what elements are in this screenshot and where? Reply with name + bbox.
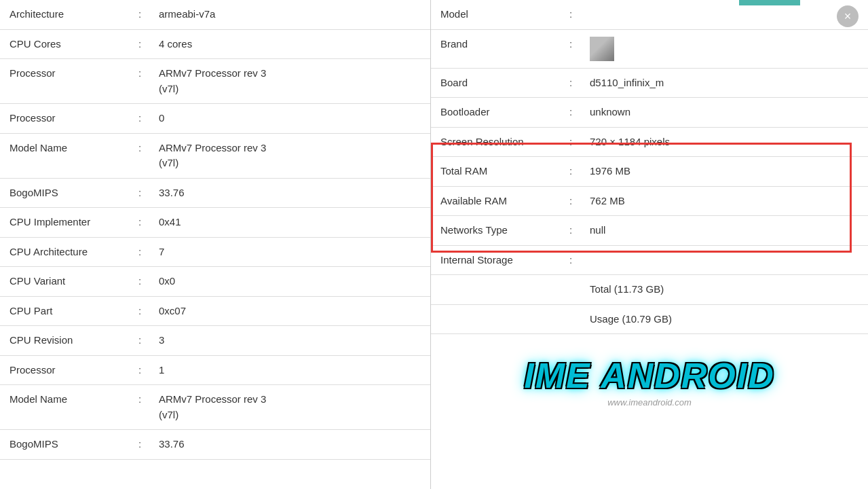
main-container: Architecture : armeabi-v7a CPU Cores : 4…: [0, 0, 868, 489]
table-row: Screen Resolution : 720 × 1184 pixels: [431, 127, 868, 157]
table-row: Model Name : ARMv7 Processor rev 3(v7l): [0, 133, 430, 178]
row-value: [580, 29, 868, 68]
row-value: 0xc07: [149, 296, 430, 326]
row-label: CPU Part: [0, 296, 136, 326]
row-value: 0x41: [149, 208, 430, 238]
top-tab: [739, 0, 800, 5]
row-label: Available RAM: [431, 186, 567, 216]
row-colon: :: [136, 59, 149, 104]
row-label: Processor: [0, 59, 136, 104]
row-colon: :: [567, 157, 580, 187]
row-value: 33.76: [149, 178, 430, 208]
close-icon: ×: [844, 10, 852, 22]
row-colon: :: [136, 267, 149, 297]
row-label: CPU Architecture: [0, 237, 136, 267]
table-row: CPU Part : 0xc07: [0, 296, 430, 326]
row-value: null: [580, 216, 868, 246]
row-colon: :: [136, 0, 149, 29]
row-label: Internal Storage: [431, 245, 567, 275]
table-row: Processor : 1: [0, 355, 430, 385]
row-value: ARMv7 Processor rev 3(v7l): [149, 385, 430, 430]
row-value: d5110_infinix_m: [580, 68, 868, 98]
left-panel: Architecture : armeabi-v7a CPU Cores : 4…: [0, 0, 431, 489]
table-row: BogoMIPS : 33.76: [0, 430, 430, 460]
table-row: Model:: [431, 0, 868, 29]
row-colon: :: [136, 29, 149, 59]
row-value: [580, 0, 868, 29]
row-colon: [567, 304, 580, 334]
table-row: Usage (10.79 GB): [431, 304, 868, 334]
row-colon: :: [136, 326, 149, 356]
row-value: 1: [149, 355, 430, 385]
table-row: BogoMIPS : 33.76: [0, 178, 430, 208]
table-row: Networks Type : null: [431, 216, 868, 246]
row-label: BogoMIPS: [0, 178, 136, 208]
row-value: ARMv7 Processor rev 3(v7l): [149, 59, 430, 104]
row-colon: :: [567, 98, 580, 128]
row-label: Model Name: [0, 385, 136, 430]
row-colon: :: [136, 385, 149, 430]
watermark-sub-text: www.imeandroid.com: [524, 397, 775, 408]
row-label: Brand: [431, 29, 567, 68]
row-value: 0x0: [149, 267, 430, 297]
row-value: 33.76: [149, 430, 430, 460]
row-label: Total RAM: [431, 157, 567, 187]
row-label: Model: [431, 0, 567, 29]
right-panel: × Model:Brand: Board : d5110_infinix_m B…: [431, 0, 868, 489]
row-colon: :: [567, 186, 580, 216]
row-colon: :: [136, 104, 149, 134]
row-label: CPU Cores: [0, 29, 136, 59]
table-row: Internal Storage :: [431, 245, 868, 275]
row-colon: :: [567, 216, 580, 246]
row-colon: :: [136, 178, 149, 208]
table-row: CPU Variant : 0x0: [0, 267, 430, 297]
row-value: 3: [149, 326, 430, 356]
row-colon: :: [136, 237, 149, 267]
row-colon: :: [136, 355, 149, 385]
row-value: 762 MB: [580, 186, 868, 216]
row-label: Board: [431, 68, 567, 98]
row-value: 1976 MB: [580, 157, 868, 187]
row-label: BogoMIPS: [0, 430, 136, 460]
row-label: Architecture: [0, 0, 136, 29]
row-value: unknown: [580, 98, 868, 128]
row-label: Processor: [0, 104, 136, 134]
table-row: Bootloader : unknown: [431, 98, 868, 128]
row-colon: :: [567, 245, 580, 275]
row-value: 720 × 1184 pixels: [580, 127, 868, 157]
table-row: Available RAM : 762 MB: [431, 186, 868, 216]
row-label: CPU Revision: [0, 326, 136, 356]
brand-thumbnail: [590, 37, 614, 61]
row-colon: :: [136, 430, 149, 460]
left-info-table: Architecture : armeabi-v7a CPU Cores : 4…: [0, 0, 430, 460]
table-row: Processor : ARMv7 Processor rev 3(v7l): [0, 59, 430, 104]
row-label: Networks Type: [431, 216, 567, 246]
row-value: Usage (10.79 GB): [580, 304, 868, 334]
watermark-main-text: IME ANDROID: [524, 355, 775, 396]
right-info-table: Model:Brand: Board : d5110_infinix_m Boo…: [431, 0, 868, 334]
row-label: [431, 304, 567, 334]
row-label: Screen Resolution: [431, 127, 567, 157]
row-colon: [567, 275, 580, 305]
row-colon: :: [567, 127, 580, 157]
table-row: Total RAM : 1976 MB: [431, 157, 868, 187]
row-label: CPU Implementer: [0, 208, 136, 238]
row-colon: :: [567, 68, 580, 98]
table-row: Board : d5110_infinix_m: [431, 68, 868, 98]
row-value: Total (11.73 GB): [580, 275, 868, 305]
row-colon: :: [567, 0, 580, 29]
row-colon: :: [136, 133, 149, 178]
table-row: CPU Cores : 4 cores: [0, 29, 430, 59]
watermark: IME ANDROID www.imeandroid.com: [524, 355, 775, 408]
table-row: CPU Revision : 3: [0, 326, 430, 356]
row-value: 0: [149, 104, 430, 134]
table-row: Processor : 0: [0, 104, 430, 134]
table-row: Total (11.73 GB): [431, 275, 868, 305]
row-value: 7: [149, 237, 430, 267]
row-colon: :: [567, 29, 580, 68]
row-colon: :: [136, 208, 149, 238]
row-value: ARMv7 Processor rev 3(v7l): [149, 133, 430, 178]
close-button[interactable]: ×: [837, 5, 858, 27]
row-label: Bootloader: [431, 98, 567, 128]
table-row: Architecture : armeabi-v7a: [0, 0, 430, 29]
